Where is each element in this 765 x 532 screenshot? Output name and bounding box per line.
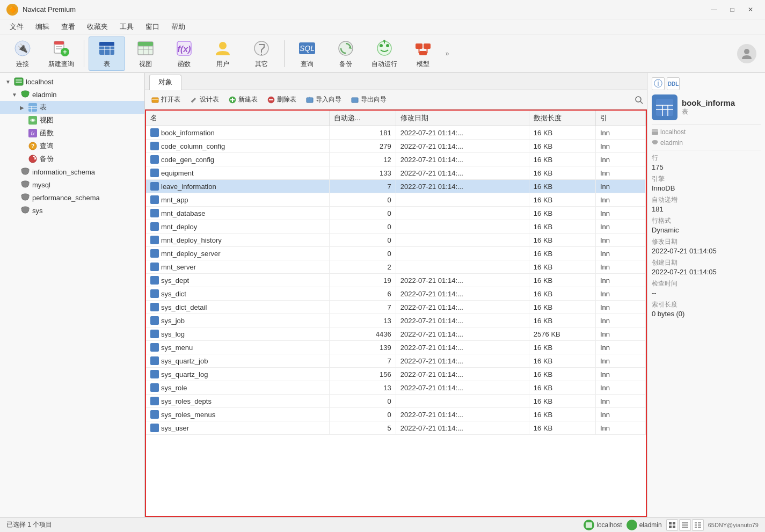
menu-help[interactable]: 帮助 — [166, 20, 191, 33]
table-row[interactable]: sys_role 13 2022-07-21 01:14:... 16 KB I… — [146, 381, 646, 395]
new-query-label: 新建查询 — [48, 60, 74, 69]
svg-rect-89 — [586, 522, 592, 528]
table-row[interactable]: equipment 133 2022-07-21 01:14:... 16 KB… — [146, 166, 646, 180]
menu-tools[interactable]: 工具 — [114, 20, 139, 33]
toolbar-model-button[interactable]: 模型 — [405, 37, 441, 71]
sidebar-item-table[interactable]: ▶ 表 — [0, 101, 144, 114]
delete-table-button[interactable]: 删除表 — [263, 93, 301, 106]
table-row[interactable]: book_information 181 2022-07-21 01:14:..… — [146, 126, 646, 140]
sidebar-item-function[interactable]: ▶ fx 函数 — [0, 127, 144, 140]
col-header-auto[interactable]: 自动递... — [329, 111, 396, 126]
table-row[interactable]: mnt_database 0 16 KB Inn — [146, 207, 646, 220]
sidebar-item-info-schema[interactable]: ▶ information_schema — [0, 165, 144, 178]
table-row[interactable]: code_column_config 279 2022-07-21 01:14:… — [146, 140, 646, 153]
table-row[interactable]: sys_job 13 2022-07-21 01:14:... 16 KB In… — [146, 314, 646, 327]
sidebar-item-sys[interactable]: ▶ sys — [0, 204, 144, 217]
localhost-icon — [14, 77, 24, 86]
new-table-button[interactable]: 新建表 — [224, 93, 262, 106]
table-row[interactable]: sys_roles_menus 0 2022-07-21 01:14:... 1… — [146, 408, 646, 421]
sidebar-item-query[interactable]: ▶ ? 查询 — [0, 140, 144, 152]
menu-view[interactable]: 查看 — [56, 20, 81, 33]
svg-rect-91 — [673, 522, 675, 524]
rp-moddate-row: 修改日期 2022-07-21 01:14:05 — [652, 237, 761, 255]
col-header-name[interactable]: 名 — [146, 111, 329, 126]
toolbar-autorun-button[interactable]: 自动运行 — [366, 37, 403, 71]
sidebar-item-mysql[interactable]: ▶ mysql — [0, 178, 144, 191]
menu-window[interactable]: 窗口 — [140, 20, 165, 33]
table-row[interactable]: sys_menu 139 2022-07-21 01:14:... 16 KB … — [146, 341, 646, 354]
sidebar-item-eladmin[interactable]: ▼ eladmin — [0, 88, 144, 101]
open-table-button[interactable]: 打开表 — [147, 93, 185, 106]
statusbar-host-icon — [584, 520, 594, 530]
rp-host-icon — [652, 129, 658, 135]
table-row[interactable]: sys_user 5 2022-07-21 01:14:... 16 KB In… — [146, 421, 646, 435]
table-row[interactable]: mnt_deploy_server 0 16 KB Inn — [146, 247, 646, 260]
sidebar-item-backup[interactable]: ▶ 备份 — [0, 152, 144, 165]
table-row[interactable]: mnt_deploy_history 0 16 KB Inn — [146, 234, 646, 247]
table-row[interactable]: sys_log 4436 2022-07-21 01:14:... 2576 K… — [146, 327, 646, 341]
menu-file[interactable]: 文件 — [4, 20, 29, 33]
toolbar-other-button[interactable]: 其它 — [243, 37, 280, 71]
table-cell-auto: 7 — [329, 301, 396, 314]
maximize-button[interactable]: □ — [724, 4, 740, 16]
scroll-wrapper[interactable]: 名 自动递... 修改日期 数据长度 引 book_information 18… — [146, 111, 646, 516]
table-cell-date: 2022-07-21 01:14:... — [396, 381, 529, 395]
menu-favorites[interactable]: 收藏夹 — [82, 20, 113, 33]
sidebar-item-localhost[interactable]: ▼ localhost — [0, 75, 144, 88]
table-row[interactable]: mnt_deploy 0 16 KB Inn — [146, 220, 646, 234]
table-row[interactable]: sys_quartz_job 7 2022-07-21 01:14:... 16… — [146, 354, 646, 368]
table-row[interactable]: mnt_server 2 16 KB Inn — [146, 260, 646, 274]
rp-ddl-icon[interactable]: DDL — [667, 77, 680, 90]
table-container: 名 自动递... 修改日期 数据长度 引 book_information 18… — [145, 110, 647, 517]
svg-text:?: ? — [31, 143, 34, 149]
toolbar-function-button[interactable]: f(x) 函数 — [166, 37, 202, 71]
table-row[interactable]: leave_information 7 2022-07-21 01:14:...… — [146, 180, 646, 193]
table-row[interactable]: mnt_app 0 16 KB Inn — [146, 193, 646, 207]
user-avatar[interactable] — [737, 44, 756, 63]
table-cell-size: 16 KB — [529, 180, 595, 193]
tab-objects[interactable]: 对象 — [149, 75, 181, 90]
sidebar-item-view[interactable]: ▶ 视图 — [0, 114, 144, 127]
design-table-button[interactable]: 设计表 — [186, 93, 223, 106]
svg-point-22 — [219, 42, 227, 49]
sidebar-item-perf-schema[interactable]: ▶ performance_schema — [0, 191, 144, 204]
table-cell-date: 2022-07-21 01:14:... — [396, 368, 529, 381]
menu-edit[interactable]: 编辑 — [30, 20, 55, 33]
table-row[interactable]: sys_dict_detail 7 2022-07-21 01:14:... 1… — [146, 301, 646, 314]
toolbar-connect-button[interactable]: 🔌 连接 — [4, 37, 41, 71]
toolbar-user-button[interactable]: 用户 — [205, 37, 241, 71]
table-cell-date: 2022-07-21 01:14:... — [396, 408, 529, 421]
col-header-size[interactable]: 数据长度 — [529, 111, 595, 126]
col-header-date[interactable]: 修改日期 — [396, 111, 529, 126]
toolbar-more[interactable]: » — [443, 40, 451, 67]
table-row[interactable]: sys_quartz_log 156 2022-07-21 01:14:... … — [146, 368, 646, 381]
table-row[interactable]: code_gen_config 12 2022-07-21 01:14:... … — [146, 153, 646, 166]
rp-rows-row: 行 175 — [652, 154, 761, 171]
toolbar-new-query-button[interactable]: + 新建查询 — [43, 37, 79, 71]
detail-view-button[interactable] — [692, 519, 704, 531]
toolbar-query-button[interactable]: SQL 查询 — [289, 37, 325, 71]
import-wizard-button[interactable]: 导入向导 — [302, 93, 346, 106]
function-icon: f(x) — [174, 39, 194, 58]
svg-point-29 — [380, 44, 383, 47]
search-button[interactable] — [633, 94, 645, 106]
toolbar-backup-button[interactable]: 备份 — [327, 37, 364, 71]
toolbar-view-button[interactable]: 视图 — [127, 37, 164, 71]
rp-auto-value: 181 — [652, 205, 761, 213]
table-row[interactable]: sys_dict 6 2022-07-21 01:14:... 16 KB In… — [146, 287, 646, 301]
export-icon — [351, 96, 359, 104]
table-cell-engine: Inn — [595, 193, 645, 207]
toolbar-table-button[interactable]: 表 — [89, 37, 125, 71]
table-row[interactable]: sys_dept 19 2022-07-21 01:14:... 16 KB I… — [146, 274, 646, 287]
export-wizard-button[interactable]: 导出向导 — [347, 93, 391, 106]
grid-view-button[interactable] — [666, 519, 678, 531]
table-cell-size: 16 KB — [529, 301, 595, 314]
table-row[interactable]: sys_roles_depts 0 16 KB Inn — [146, 395, 646, 408]
col-header-engine[interactable]: 引 — [595, 111, 645, 126]
perf-schema-label: performance_schema — [32, 194, 100, 202]
close-button[interactable]: ✕ — [742, 4, 759, 16]
minimize-button[interactable]: — — [706, 4, 722, 16]
rp-info-icon[interactable]: ⓘ — [652, 77, 665, 90]
list-view-button[interactable] — [679, 519, 691, 531]
open-table-icon — [151, 96, 159, 104]
